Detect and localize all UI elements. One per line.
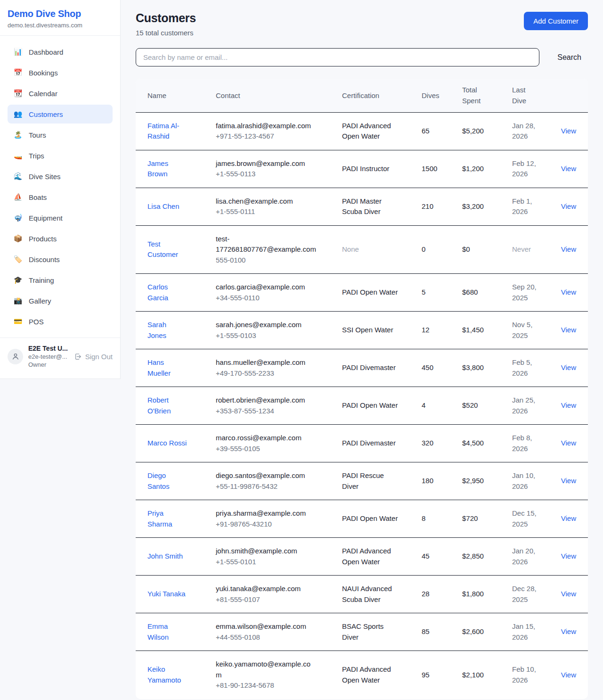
view-customer-link[interactable]: View <box>561 165 576 173</box>
column-header-certification: Certification <box>330 79 410 112</box>
customer-certification: PADI Divemaster <box>342 438 400 449</box>
boats-icon: ⛵ <box>13 193 23 201</box>
sidebar-item-tours[interactable]: 🏝️ Tours <box>8 125 113 144</box>
view-customer-link[interactable]: View <box>561 326 576 334</box>
sidebar-item-bookings[interactable]: 📅 Bookings <box>8 63 113 82</box>
customer-total-spent: $2,600 <box>450 613 500 651</box>
customer-certification: PADI Open Water <box>342 513 400 524</box>
customer-phone: +1-555-0103 <box>216 330 316 341</box>
customer-name-link[interactable]: James Brown <box>147 158 187 180</box>
customer-name-link[interactable]: Priya Sharma <box>147 508 187 529</box>
view-customer-link[interactable]: View <box>561 288 576 296</box>
view-customer-link[interactable]: View <box>561 590 576 598</box>
customer-dives: 12 <box>410 312 450 349</box>
customer-total-spent: $680 <box>450 274 500 312</box>
sidebar-item-dive-sites[interactable]: 🌊 Dive Sites <box>8 167 113 186</box>
customer-email: lisa.chen@example.com <box>216 196 316 207</box>
customer-dives: 28 <box>410 576 450 613</box>
view-customer-link[interactable]: View <box>561 127 576 135</box>
customer-name-link[interactable]: Robert O'Brien <box>147 395 187 416</box>
sidebar-item-equipment[interactable]: 🤿 Equipment <box>8 208 113 227</box>
customer-name-link[interactable]: Carlos Garcia <box>147 282 187 303</box>
discounts-icon: 🏷️ <box>13 255 23 264</box>
customer-email: robert.obrien@example.com <box>216 395 316 406</box>
equipment-icon: 🤿 <box>13 214 23 222</box>
user-icon <box>12 353 19 360</box>
customer-email: keiko.yamamoto@example.com <box>216 659 316 680</box>
view-customer-link[interactable]: View <box>561 552 576 560</box>
view-customer-link[interactable]: View <box>561 401 576 409</box>
customer-phone: +49-170-555-2233 <box>216 368 316 379</box>
sidebar-item-dashboard[interactable]: 📊 Dashboard <box>8 42 113 61</box>
sidebar-item-calendar[interactable]: 📆 Calendar <box>8 84 113 103</box>
customer-phone: +81-555-0107 <box>216 594 316 605</box>
customer-last-dive: Jan 15, 2026 <box>512 621 539 642</box>
customer-dives: 4 <box>410 387 450 425</box>
sidebar-item-training[interactable]: 🎓 Training <box>8 271 113 289</box>
view-customer-link[interactable]: View <box>561 202 576 210</box>
customer-dives: 8 <box>410 500 450 538</box>
table-row: James Brown james.brown@example.com +1-5… <box>136 150 588 188</box>
customer-certification: None <box>342 244 400 255</box>
view-customer-link[interactable]: View <box>561 477 576 485</box>
customer-name-link[interactable]: Fatima Al-Rashid <box>147 121 187 142</box>
customer-certification: PADI Master Scuba Diver <box>342 196 400 217</box>
customer-name-link[interactable]: Diego Santos <box>147 470 187 492</box>
sidebar-item-label: Tours <box>29 131 46 139</box>
view-customer-link[interactable]: View <box>561 514 576 522</box>
customer-last-dive: Jan 25, 2026 <box>512 395 539 416</box>
table-header-row: Name Contact Certification Dives Total S… <box>136 79 588 112</box>
dive-sites-icon: 🌊 <box>13 172 23 181</box>
customer-name-link[interactable]: Hans Mueller <box>147 357 187 379</box>
view-customer-link[interactable]: View <box>561 671 576 679</box>
customer-total-spent: $3,200 <box>450 188 500 225</box>
customer-total-spent: $4,500 <box>450 425 500 462</box>
customer-phone: +1-555-0111 <box>216 206 316 217</box>
customer-name-link[interactable]: Keiko Yamamoto <box>147 664 187 685</box>
customer-name-link[interactable]: Emma Wilson <box>147 621 187 642</box>
sidebar-item-discounts[interactable]: 🏷️ Discounts <box>8 250 113 269</box>
customer-name-link[interactable]: John Smith <box>147 551 183 562</box>
customer-dives: 1500 <box>410 150 450 188</box>
customer-last-dive: Dec 28, 2025 <box>512 584 539 605</box>
sidebar-item-boats[interactable]: ⛵ Boats <box>8 188 113 206</box>
user-meta: E2E Test U... e2e-tester@... Owner <box>28 345 69 368</box>
view-customer-link[interactable]: View <box>561 363 576 371</box>
add-customer-button[interactable]: Add Customer <box>524 12 588 30</box>
user-block: E2E Test U... e2e-tester@... Owner Sign … <box>0 338 120 379</box>
sign-out-button[interactable]: Sign Out <box>74 353 113 361</box>
customer-phone: +1-555-0113 <box>216 169 316 180</box>
customer-name-link[interactable]: Test Customer <box>147 239 187 260</box>
table-row: Keiko Yamamoto keiko.yamamoto@example.co… <box>136 651 588 699</box>
customer-total-spent: $520 <box>450 387 500 425</box>
column-header-name: Name <box>136 79 204 112</box>
brand-block: Demo Dive Shop demo.test.divestreams.com <box>0 0 120 36</box>
search-input[interactable] <box>136 48 539 66</box>
view-customer-link[interactable]: View <box>561 439 576 447</box>
customer-dives: 65 <box>410 112 450 150</box>
user-email: e2e-tester@... <box>28 353 69 360</box>
sidebar-item-label: Dashboard <box>29 48 63 56</box>
customer-name-link[interactable]: Marco Rossi <box>147 438 187 449</box>
sign-out-icon <box>74 353 82 361</box>
customer-email: test-1772681807767@example.com <box>216 234 316 255</box>
customer-last-dive: Feb 8, 2026 <box>512 433 539 454</box>
view-customer-link[interactable]: View <box>561 627 576 635</box>
sidebar-item-trips[interactable]: 🚤 Trips <box>8 146 113 165</box>
customer-email: marco.rossi@example.com <box>216 433 316 444</box>
customer-last-dive: Nov 5, 2025 <box>512 320 539 341</box>
customer-dives: 450 <box>410 349 450 387</box>
customer-name-link[interactable]: Yuki Tanaka <box>147 589 186 600</box>
sidebar-item-pos[interactable]: 💳 POS <box>8 312 113 331</box>
sidebar-item-products[interactable]: 📦 Products <box>8 229 113 248</box>
table-row: Hans Mueller hans.mueller@example.com +4… <box>136 349 588 387</box>
sidebar-item-gallery[interactable]: 📸 Gallery <box>8 291 113 310</box>
customer-total-spent: $1,800 <box>450 576 500 613</box>
page-head: Customers 15 total customers Add Custome… <box>136 11 588 37</box>
sidebar-item-customers[interactable]: 👥 Customers <box>8 105 113 124</box>
customer-name-link[interactable]: Sarah Jones <box>147 320 187 341</box>
customer-dives: 5 <box>410 274 450 312</box>
search-button[interactable]: Search <box>556 53 582 62</box>
customer-name-link[interactable]: Lisa Chen <box>147 201 179 212</box>
view-customer-link[interactable]: View <box>561 245 576 253</box>
